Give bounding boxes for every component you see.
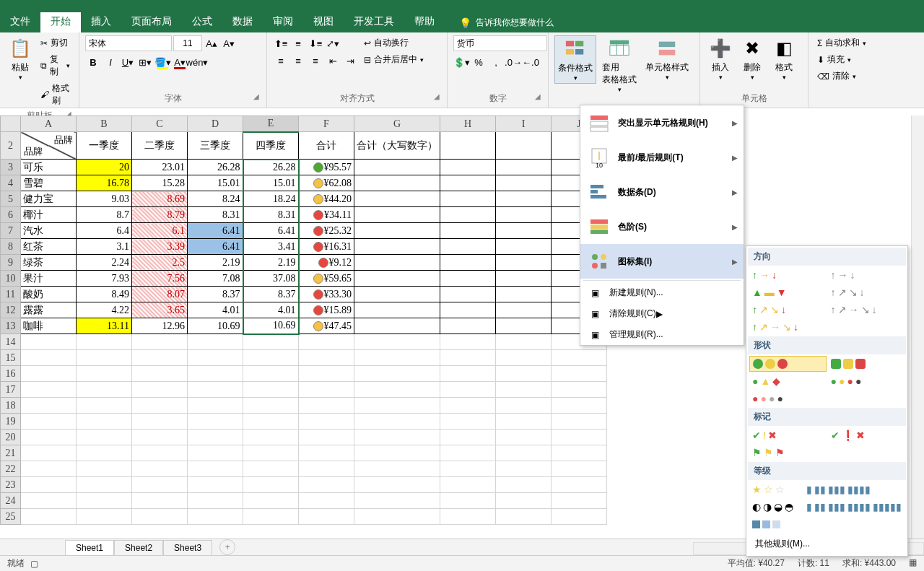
column-header[interactable]: I <box>496 116 552 132</box>
row-header[interactable]: 2 <box>1 132 21 160</box>
add-sheet-button[interactable]: + <box>219 539 235 555</box>
row-header[interactable]: 3 <box>1 160 21 175</box>
increase-decimal-icon[interactable]: .0→ <box>505 54 521 70</box>
insert-cells-button[interactable]: ➕插入▾ <box>706 35 735 82</box>
italic-button[interactable]: I <box>103 54 118 70</box>
iconset-option[interactable]: ↑→↓ <box>749 267 827 283</box>
format-painter-button[interactable]: 🖌格式刷 <box>38 81 73 108</box>
row-header[interactable]: 9 <box>1 255 21 271</box>
phonetic-button[interactable]: wén▾ <box>189 54 205 70</box>
decrease-font-icon[interactable]: A▾ <box>221 35 237 51</box>
menu-tab-3[interactable]: 页面布局 <box>121 12 182 32</box>
iconset-option[interactable]: ▮▮▮▮▮▮▮▮▮▮ <box>803 481 905 497</box>
iconset-option[interactable] <box>749 356 827 372</box>
row-header[interactable]: 20 <box>1 430 21 445</box>
border-button[interactable]: ⊞▾ <box>137 54 153 70</box>
align-middle-icon[interactable]: ≡ <box>290 35 306 51</box>
column-header[interactable]: A <box>21 116 77 132</box>
cf-simple-1[interactable]: ▣清除规则(C)▶ <box>580 303 744 324</box>
iconset-option[interactable]: ◐◑◒◓ <box>749 499 802 515</box>
row-header[interactable]: 6 <box>1 207 21 223</box>
column-header[interactable]: G <box>354 116 440 132</box>
iconset-option[interactable]: ▲▬▼ <box>749 284 827 300</box>
align-center-icon[interactable]: ≡ <box>290 53 306 69</box>
iconset-option[interactable] <box>828 356 905 372</box>
comma-icon[interactable]: , <box>488 54 504 70</box>
iconset-option[interactable]: ⚑⚑⚑ <box>749 445 827 461</box>
wrap-text-button[interactable]: ↩自动换行 <box>361 35 427 51</box>
record-macro-icon[interactable]: ▢ <box>30 559 38 569</box>
dialog-launcher-icon[interactable]: ◢ <box>434 92 440 100</box>
font-name-input[interactable] <box>85 35 172 51</box>
increase-font-icon[interactable]: A▴ <box>204 35 219 51</box>
cf-item-2[interactable]: 数据条(D)▶ <box>580 175 744 209</box>
iconset-option[interactable]: ✔!✖ <box>749 427 827 443</box>
iconset-option[interactable]: ●▲◆ <box>749 373 827 389</box>
iconset-option[interactable]: ↑↗→↘↓ <box>828 302 905 318</box>
copy-button[interactable]: ⧉复制▾ <box>38 52 73 79</box>
row-header[interactable]: 10 <box>1 271 21 287</box>
menu-tab-9[interactable]: 帮助 <box>404 12 445 32</box>
cf-item-1[interactable]: 10最前/最后规则(T)▶ <box>580 140 744 175</box>
cf-simple-0[interactable]: ▣新建规则(N)... <box>580 282 744 303</box>
font-color-button[interactable]: A▾ <box>172 54 188 70</box>
font-size-input[interactable] <box>173 35 202 51</box>
format-cells-button[interactable]: ◧格式▾ <box>770 35 798 82</box>
row-header[interactable]: 13 <box>1 318 21 334</box>
number-format-select[interactable] <box>453 35 547 51</box>
indent-increase-icon[interactable]: ⇥ <box>342 53 358 69</box>
orientation-icon[interactable]: ⤢▾ <box>325 35 341 51</box>
row-header[interactable]: 18 <box>1 398 21 414</box>
menu-tab-6[interactable]: 审阅 <box>263 12 303 32</box>
iconset-more-rules[interactable]: 其他规则(M)... <box>748 533 906 554</box>
cell-styles-button[interactable]: 单元格样式 ▾ <box>642 35 692 82</box>
format-as-table-button[interactable]: 套用 表格格式 ▾ <box>599 35 640 95</box>
row-header[interactable]: 4 <box>1 175 21 191</box>
indent-decrease-icon[interactable]: ⇤ <box>325 53 341 69</box>
row-header[interactable]: 14 <box>1 334 21 350</box>
cf-item-4[interactable]: 图标集(I)▶ <box>580 244 744 279</box>
row-header[interactable]: 11 <box>1 287 21 302</box>
cf-item-3[interactable]: 色阶(S)▶ <box>580 209 744 244</box>
row-header[interactable]: 8 <box>1 239 21 255</box>
sheet-tab[interactable]: Sheet2 <box>114 540 163 555</box>
row-header[interactable]: 21 <box>1 445 21 461</box>
view-normal-icon[interactable]: ▦ <box>909 557 917 570</box>
menu-tab-8[interactable]: 开发工具 <box>344 12 404 32</box>
decrease-decimal-icon[interactable]: ←.0 <box>523 54 539 70</box>
iconset-option[interactable] <box>828 445 905 461</box>
tell-me[interactable]: 💡 告诉我你想要做什么 <box>459 17 554 32</box>
vertical-scrollbar[interactable] <box>911 115 924 539</box>
fill-button[interactable]: ⬇填充▾ <box>814 52 869 67</box>
column-header[interactable]: D <box>188 116 243 132</box>
row-header[interactable]: 17 <box>1 382 21 398</box>
underline-button[interactable]: U▾ <box>120 54 136 70</box>
column-header[interactable]: H <box>440 116 496 132</box>
dialog-launcher-icon[interactable]: ◢ <box>253 92 259 100</box>
merge-center-button[interactable]: ⊟合并后居中▾ <box>361 52 427 67</box>
iconset-option[interactable]: ↑↗↘↓ <box>749 302 827 318</box>
sheet-tab[interactable]: Sheet3 <box>163 540 212 555</box>
cf-simple-2[interactable]: ▣管理规则(R)... <box>580 324 744 345</box>
delete-cells-button[interactable]: ✖删除▾ <box>738 35 767 82</box>
row-header[interactable]: 22 <box>1 461 21 477</box>
align-top-icon[interactable]: ⬆≡ <box>273 35 289 51</box>
dialog-launcher-icon[interactable]: ◢ <box>535 92 541 100</box>
column-header[interactable]: C <box>132 116 188 132</box>
iconset-option[interactable] <box>749 516 802 532</box>
cut-button[interactable]: ✂剪切 <box>38 35 73 51</box>
clear-button[interactable]: ⌫清除▾ <box>814 69 869 84</box>
fill-color-button[interactable]: 🪣▾ <box>154 54 170 70</box>
paste-button[interactable]: 📋 粘贴 ▾ <box>6 35 35 82</box>
iconset-option[interactable] <box>803 516 905 532</box>
row-header[interactable]: 15 <box>1 350 21 366</box>
iconset-option[interactable] <box>828 319 905 335</box>
align-right-icon[interactable]: ≡ <box>308 53 323 69</box>
iconset-option[interactable]: ↑↗↘↓ <box>828 284 905 300</box>
align-left-icon[interactable]: ≡ <box>273 53 289 69</box>
row-header[interactable]: 12 <box>1 302 21 318</box>
align-bottom-icon[interactable]: ⬇≡ <box>308 35 323 51</box>
iconset-option[interactable]: ▮▮▮▮▮▮▮▮▮▮▮▮▮▮▮ <box>803 499 905 515</box>
iconset-option[interactable] <box>828 391 905 406</box>
iconset-option[interactable]: ✔❗✖ <box>828 427 905 443</box>
